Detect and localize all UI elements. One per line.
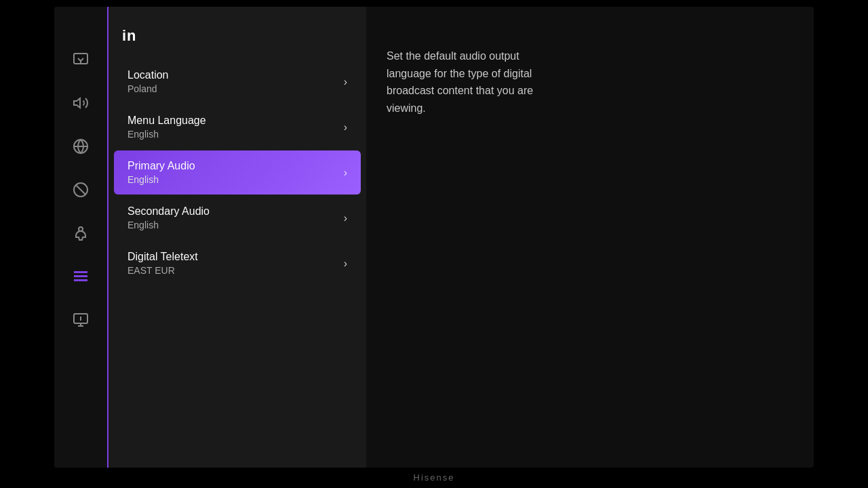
- menu-item-location[interactable]: Location Poland ›: [114, 60, 361, 104]
- menu-item-menu-language[interactable]: Menu Language English ›: [114, 105, 361, 149]
- menu-item-subtitle: Poland: [127, 83, 169, 94]
- description-text: Set the default audio output language fo…: [387, 47, 536, 117]
- svg-marker-2: [74, 98, 80, 108]
- picture-icon[interactable]: [68, 47, 93, 72]
- description-panel: Set the default audio output language fo…: [366, 7, 814, 468]
- menu-list: Location Poland › Menu Language English …: [108, 58, 366, 287]
- menu-item-title: Primary Audio: [127, 160, 195, 172]
- main-content: in Location Poland › Menu Language Engli…: [54, 7, 814, 468]
- chevron-icon: ›: [344, 121, 347, 134]
- menu-item-content: Menu Language English: [127, 115, 206, 140]
- menu-item-title: Digital Teletext: [127, 251, 198, 263]
- menu-item-title: Menu Language: [127, 115, 206, 127]
- svg-rect-8: [74, 271, 87, 273]
- svg-line-6: [76, 185, 85, 195]
- menu-item-subtitle: English: [127, 174, 195, 185]
- menu-item-content: Primary Audio English: [127, 160, 195, 185]
- menu-item-subtitle: English: [127, 220, 210, 230]
- menu-item-subtitle: EAST EUR: [127, 265, 198, 276]
- settings-panel: in Location Poland › Menu Language Engli…: [108, 7, 366, 468]
- menu-item-content: Secondary Audio English: [127, 205, 210, 230]
- person-icon[interactable]: [68, 221, 93, 245]
- sidebar: [54, 7, 108, 468]
- panel-title: in: [108, 20, 366, 58]
- menu-item-digital-teletext[interactable]: Digital Teletext EAST EUR ›: [114, 241, 361, 285]
- audio-icon[interactable]: [68, 91, 93, 115]
- svg-rect-10: [74, 279, 87, 281]
- brand-label: Hisense: [414, 472, 455, 483]
- tv-screen: in Location Poland › Menu Language Engli…: [54, 7, 814, 468]
- menu-item-content: Digital Teletext EAST EUR: [127, 251, 198, 276]
- menu-item-subtitle: English: [127, 129, 206, 140]
- svg-rect-9: [74, 275, 87, 277]
- menu-item-content: Location Poland: [127, 69, 169, 94]
- chevron-icon: ›: [344, 258, 347, 270]
- menu-item-primary-audio[interactable]: Primary Audio English ›: [114, 150, 361, 195]
- chevron-icon: ›: [344, 76, 347, 88]
- accessibility-icon[interactable]: [68, 178, 93, 202]
- menu-item-title: Location: [127, 69, 169, 81]
- language-icon[interactable]: [68, 134, 93, 159]
- menu-item-secondary-audio[interactable]: Secondary Audio English ›: [114, 196, 361, 240]
- channels-icon[interactable]: [68, 264, 93, 289]
- menu-item-title: Secondary Audio: [127, 205, 210, 218]
- chevron-icon: ›: [344, 212, 347, 224]
- chevron-icon: ›: [344, 167, 347, 179]
- display-icon[interactable]: [68, 308, 93, 332]
